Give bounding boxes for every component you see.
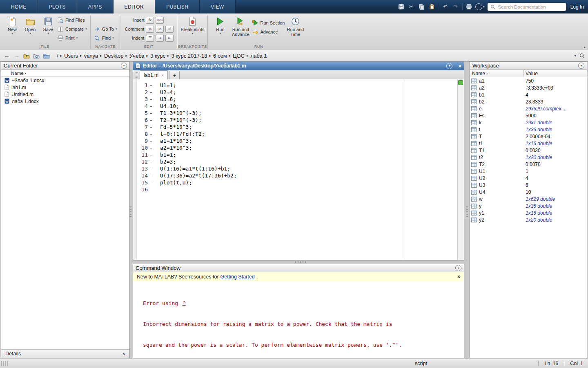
run-and-time-button[interactable]: Run and Time: [285, 15, 306, 37]
variable-row[interactable]: b2 23.3333: [470, 98, 587, 105]
comment-icon[interactable]: %: [146, 26, 154, 33]
variable-row[interactable]: U1 1: [470, 168, 587, 175]
breakpoints-button[interactable]: Breakpoints ▾: [180, 15, 204, 35]
code-ok-indicator[interactable]: [458, 80, 463, 85]
paste-icon[interactable]: [428, 3, 435, 11]
column-header-value[interactable]: Value: [524, 70, 587, 77]
ribbon-tab[interactable]: EDITOR: [114, 0, 156, 13]
variable-row[interactable]: U4 10: [470, 188, 587, 195]
code-line[interactable]: 14 - U(17:36)=a2*t(17:36)+b2;: [136, 172, 457, 179]
quick-save-icon[interactable]: [397, 3, 405, 11]
variable-row[interactable]: w 1x629 double: [470, 195, 587, 202]
compare-button[interactable]: Compare ▾: [57, 25, 87, 33]
variable-row[interactable]: y2 1x20 double: [470, 216, 587, 223]
variable-row[interactable]: b1 4: [470, 91, 587, 98]
code-line[interactable]: 3 - U3=6;: [136, 96, 457, 103]
command-output[interactable]: Error using ^ Incorrect dimensions for r…: [133, 281, 464, 358]
getting-started-link[interactable]: Getting Started: [220, 274, 255, 280]
variable-row[interactable]: a1 750: [470, 77, 587, 84]
variable-row[interactable]: a2 -3.3333e+03: [470, 84, 587, 91]
code-line[interactable]: 5 - T1=3*10^(-3);: [136, 110, 457, 117]
file-item[interactable]: W Untitled.m: [1, 91, 129, 98]
code-line[interactable]: 16: [136, 186, 457, 193]
tab-drag-handle[interactable]: [136, 72, 138, 78]
tab-close-icon[interactable]: ×: [161, 73, 164, 78]
find-files-button[interactable]: Find Files: [57, 16, 87, 24]
breadcrumb-item[interactable]: Учеба ▸: [127, 53, 148, 59]
search-input[interactable]: [497, 4, 563, 10]
message-indicator-bar[interactable]: [457, 79, 464, 260]
print-icon[interactable]: [465, 3, 472, 11]
panel-menu-icon[interactable]: ▾: [455, 265, 461, 271]
variable-row[interactable]: T2 0.0070: [470, 161, 587, 168]
column-header-name[interactable]: Name ▴: [1, 70, 129, 77]
path-search-icon[interactable]: [579, 53, 585, 58]
run-button[interactable]: Run ▾: [211, 15, 229, 35]
panel-menu-icon[interactable]: ▾: [578, 63, 584, 69]
ribbon-tab[interactable]: VIEW: [200, 0, 235, 13]
file-item[interactable]: W лаба 1.docx: [1, 98, 129, 105]
resize-grip[interactable]: [1, 361, 9, 366]
indent-left-icon[interactable]: ⇤: [165, 35, 174, 42]
browse-folder-icon[interactable]: [33, 53, 40, 58]
tab-lab1[interactable]: lab1.m ×: [140, 70, 168, 79]
horizontal-splitter[interactable]: [295, 261, 307, 263]
smart-indent-icon[interactable]: ☰: [146, 35, 154, 42]
right-splitter[interactable]: [466, 206, 468, 217]
save-button[interactable]: Save ▾: [39, 15, 57, 35]
copy-icon[interactable]: [418, 3, 425, 11]
column-header-name[interactable]: Name ▴: [470, 70, 524, 77]
forward-icon[interactable]: →: [13, 52, 20, 59]
run-and-advance-button[interactable]: Run and Advance: [229, 15, 252, 37]
code-line[interactable]: 12 - b2=3;: [136, 158, 457, 165]
variable-row[interactable]: t2 1x20 double: [470, 154, 587, 161]
new-tab-button[interactable]: +: [169, 71, 180, 79]
error-operator-link[interactable]: ^: [181, 300, 187, 306]
variable-row[interactable]: e 29x629 complex ...: [470, 105, 587, 112]
details-bar[interactable]: Details ∧: [1, 349, 129, 358]
insert-function-icon[interactable]: fx: [146, 17, 154, 24]
code-area[interactable]: 1 - U1=1; 2 - U2=4; 3 - U3=6; 4: [133, 79, 464, 260]
variable-row[interactable]: t 1x36 double: [470, 126, 587, 133]
path-dropdown-icon[interactable]: ▾: [574, 54, 576, 58]
breadcrumb-item[interactable]: ЦОС ▸: [231, 53, 248, 59]
breadcrumb-item[interactable]: Desktop ▸: [102, 53, 127, 59]
variable-row[interactable]: T1 0.0030: [470, 147, 587, 154]
breadcrumb-item[interactable]: 3 курс ▸: [148, 53, 169, 59]
variable-row[interactable]: U2 4: [470, 175, 587, 182]
indent-right-icon[interactable]: ⇥: [156, 35, 164, 42]
variable-row[interactable]: y1 1x16 double: [470, 209, 587, 216]
advance-button[interactable]: Advance: [252, 28, 285, 36]
breadcrumb-item[interactable]: / ▸: [55, 53, 62, 59]
breadcrumb-item[interactable]: лаба 1 ▸: [248, 53, 269, 59]
code-line[interactable]: 11 - b1=1;: [136, 151, 457, 158]
ribbon-tab[interactable]: APPS: [77, 0, 114, 13]
new-button[interactable]: New ▾: [3, 15, 21, 35]
variable-row[interactable]: U3 6: [470, 182, 587, 188]
code-line[interactable]: 8 - t=0:(1/Fd):T2;: [136, 130, 457, 137]
back-icon[interactable]: ←: [3, 52, 11, 59]
code-line[interactable]: 7 - Fd=5*10^3;: [136, 123, 457, 130]
up-folder-icon[interactable]: [23, 53, 30, 58]
print-button[interactable]: Print ▾: [57, 34, 87, 42]
close-icon[interactable]: ×: [458, 63, 461, 69]
variable-row[interactable]: Fs 5000: [470, 112, 587, 119]
ribbon-tab[interactable]: PUBLISH: [155, 0, 200, 13]
code-line[interactable]: 10 - a2=1*10^3;: [136, 144, 457, 151]
code-line[interactable]: 9 - a1=1*10^3;: [136, 137, 457, 144]
variable-row[interactable]: y 1x36 double: [470, 202, 587, 209]
open-button[interactable]: Open ▾: [21, 15, 39, 35]
panel-menu-icon[interactable]: ▾: [121, 63, 127, 69]
go-to-button[interactable]: Go To ▾: [94, 25, 117, 33]
breadcrumb-item[interactable]: 3 курс 2017-18 ▸: [169, 53, 211, 59]
variable-row[interactable]: k 29x1 double: [470, 119, 587, 126]
find-button[interactable]: Find ▾: [94, 34, 117, 42]
code-line[interactable]: 4 - U4=10;: [136, 103, 457, 110]
code-line[interactable]: 6 - T2=7*10^(-3);: [136, 117, 457, 123]
code-line[interactable]: 2 - U2=4;: [136, 89, 457, 96]
panel-menu-icon[interactable]: ▾: [446, 63, 452, 69]
run-section-button[interactable]: Run Section: [252, 19, 285, 27]
login-button[interactable]: Log In: [570, 4, 584, 10]
breadcrumb-item[interactable]: 6 сем ▸: [211, 53, 231, 59]
code-line[interactable]: 15 - plot(t,U);: [136, 179, 457, 186]
